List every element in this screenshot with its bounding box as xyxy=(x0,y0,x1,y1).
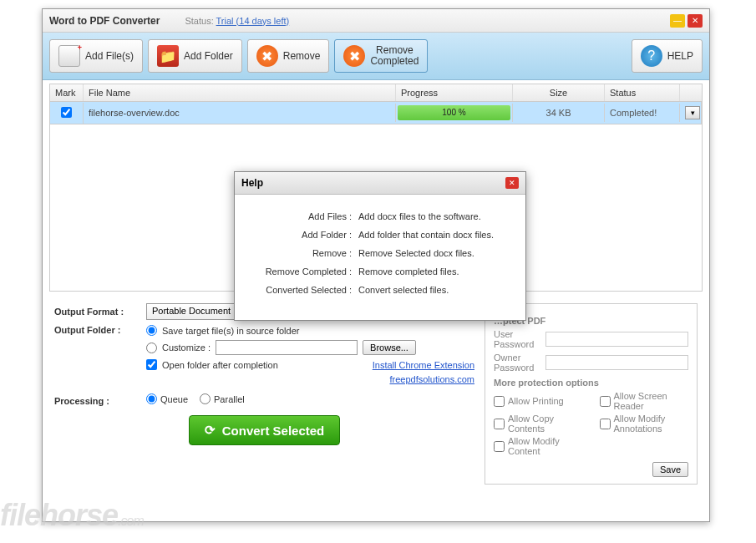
col-progress[interactable]: Progress xyxy=(396,84,513,101)
allow-printing-checkbox[interactable] xyxy=(494,396,505,407)
user-password-label: User Password xyxy=(494,329,540,349)
help-icon: ? xyxy=(641,45,662,67)
help-button[interactable]: ? HELP xyxy=(632,39,703,73)
add-folder-label: Add Folder xyxy=(184,50,233,62)
minimize-button[interactable]: — xyxy=(670,14,685,28)
queue-radio[interactable] xyxy=(146,393,157,404)
remove-completed-icon: ✖ xyxy=(343,45,365,67)
parallel-label: Parallel xyxy=(214,394,245,404)
allow-copy-label: Allow Copy Contents xyxy=(508,414,583,434)
table-row[interactable]: filehorse-overview.doc 100 % 34 KB Compl… xyxy=(49,102,703,124)
allow-screen-reader-label: Allow Screen Reader xyxy=(614,391,689,411)
more-protection-title: More protection options xyxy=(494,378,688,388)
save-source-radio[interactable] xyxy=(146,325,157,336)
add-folder-button[interactable]: 📁 Add Folder xyxy=(148,39,242,73)
allow-modify-label: Allow Modify Content xyxy=(508,436,583,456)
allow-modify-checkbox[interactable] xyxy=(494,441,505,452)
user-password-input[interactable] xyxy=(545,332,688,347)
status-area: Status: Trial (14 days left) xyxy=(185,16,289,26)
folder-icon: 📁 xyxy=(157,45,179,67)
row-checkbox[interactable] xyxy=(61,107,72,118)
help-dialog: Help ✕ Add Files :Add docx files to the … xyxy=(234,171,526,321)
toolbar: Add File(s) 📁 Add Folder ✖ Remove ✖ Remo… xyxy=(43,33,709,80)
allow-annotations-label: Allow Modify Annotations xyxy=(614,414,689,434)
add-files-label: Add File(s) xyxy=(85,50,134,62)
output-folder-label: Output Folder : xyxy=(54,325,146,335)
owner-password-label: Owner Password xyxy=(494,353,540,373)
titlebar: Word to PDF Converter Status: Trial (14 … xyxy=(43,9,709,33)
allow-copy-checkbox[interactable] xyxy=(494,419,505,429)
close-button[interactable]: ✕ xyxy=(688,14,703,28)
queue-label: Queue xyxy=(160,394,188,404)
help-dialog-title: Help xyxy=(241,177,263,189)
customize-label: Customize : xyxy=(162,343,211,353)
allow-annotations-checkbox[interactable] xyxy=(600,419,611,429)
app-title: Word to PDF Converter xyxy=(49,15,160,27)
customize-path-input[interactable] xyxy=(216,340,358,355)
col-size[interactable]: Size xyxy=(513,84,605,101)
col-status[interactable]: Status xyxy=(605,84,680,101)
allow-printing-label: Allow Printing xyxy=(508,396,564,406)
add-files-button[interactable]: Add File(s) xyxy=(49,39,143,73)
output-format-label: Output Format : xyxy=(54,307,146,317)
processing-label: Processing : xyxy=(54,396,146,406)
save-protection-button[interactable]: Save xyxy=(652,462,688,477)
allow-screen-reader-checkbox[interactable] xyxy=(600,396,611,407)
help-label: HELP xyxy=(667,50,693,62)
help-dialog-header[interactable]: Help ✕ xyxy=(235,172,525,195)
col-mark[interactable]: Mark xyxy=(50,84,84,101)
col-filename[interactable]: File Name xyxy=(84,84,396,101)
col-action xyxy=(680,84,702,101)
trial-status-link[interactable]: Trial (14 days left) xyxy=(216,16,290,26)
remove-icon: ✖ xyxy=(256,45,278,67)
row-filename: filehorse-overview.doc xyxy=(84,104,396,122)
parallel-radio[interactable] xyxy=(200,393,211,404)
remove-button[interactable]: ✖ Remove xyxy=(247,39,330,73)
open-after-label: Open folder after completion xyxy=(162,360,278,370)
row-status: Completed! xyxy=(605,104,680,122)
open-after-checkbox[interactable] xyxy=(146,359,157,370)
table-header: Mark File Name Progress Size Status xyxy=(49,84,703,102)
protect-pdf-panel: …ptect PDF User Password Owner Password … xyxy=(485,303,698,485)
options-panel: Output Format : Portable Document Output… xyxy=(54,303,474,485)
save-source-label: Save target file(s) in source folder xyxy=(162,326,299,336)
file-icon xyxy=(58,45,80,67)
bottom-panel: Output Format : Portable Document Output… xyxy=(43,295,709,493)
output-format-select[interactable]: Portable Document xyxy=(146,303,248,320)
row-action-button[interactable]: ▾ xyxy=(685,106,700,119)
help-dialog-body: Add Files :Add docx files to the softwar… xyxy=(235,195,525,320)
convert-selected-button[interactable]: ⟳ Convert Selected xyxy=(189,415,341,445)
status-label: Status: xyxy=(185,16,213,26)
row-progress: 100 % xyxy=(398,105,510,120)
remove-completed-button[interactable]: ✖ Remove Completed xyxy=(334,39,428,73)
browse-button[interactable]: Browse... xyxy=(363,340,416,355)
remove-label: Remove xyxy=(283,50,321,62)
help-dialog-close-button[interactable]: ✕ xyxy=(505,177,519,189)
row-size: 34 KB xyxy=(513,104,605,122)
install-extension-link[interactable]: Install Chrome Extension xyxy=(373,360,474,370)
site-link[interactable]: freepdfsolutions.com xyxy=(390,374,475,384)
refresh-icon: ⟳ xyxy=(205,423,216,438)
owner-password-input[interactable] xyxy=(545,355,688,370)
customize-radio[interactable] xyxy=(146,343,157,353)
remove-completed-label: Remove Completed xyxy=(370,45,419,67)
convert-label: Convert Selected xyxy=(222,424,325,438)
